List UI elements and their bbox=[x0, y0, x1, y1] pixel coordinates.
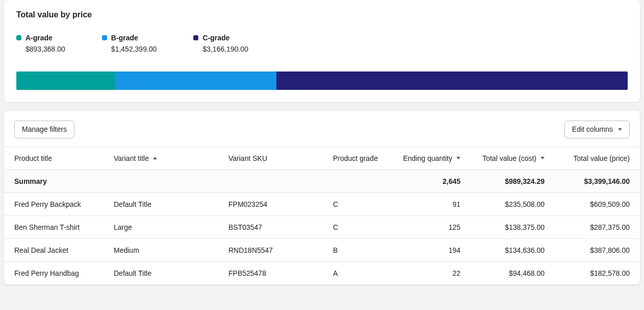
cell-total-value-price: $182,578.00 bbox=[555, 261, 640, 284]
cell-product-grade: C bbox=[323, 216, 389, 239]
table-row[interactable]: Fred Perry HandbagDefault TitleFPB525478… bbox=[4, 261, 640, 284]
table-summary-row: Summary2,645$989,324.29$3,399,146.00 bbox=[4, 170, 640, 193]
table-row[interactable]: Ben Sherman T-shirtLargeBST03547C125$138… bbox=[4, 216, 640, 239]
chevron-down-icon bbox=[618, 128, 622, 131]
cell-variant-title: Default Title bbox=[104, 261, 218, 284]
table-row[interactable]: Real Deal JacketMediumRND18N5547B194$134… bbox=[4, 239, 640, 261]
cell-variant-sku: RND18N5547 bbox=[218, 239, 323, 261]
cell-ending-quantity: 22 bbox=[389, 261, 471, 284]
legend-value: $893,368.00 bbox=[16, 45, 65, 53]
col-ending-quantity[interactable]: Ending quantity bbox=[389, 147, 471, 170]
manage-filters-label: Manage filters bbox=[22, 125, 67, 134]
sort-desc-icon bbox=[456, 157, 460, 159]
legend-item-c: C-grade $3,166,190.00 bbox=[193, 34, 248, 53]
cell-ending-quantity: 91 bbox=[389, 193, 471, 216]
chart-legend: A-grade $893,368.00 B-grade $1,452,399.0… bbox=[16, 34, 628, 53]
legend-name: C-grade bbox=[202, 34, 229, 42]
summary-total-value-cost: $989,324.29 bbox=[471, 170, 555, 193]
col-total-value-cost-label: Total value (cost) bbox=[482, 154, 536, 162]
sort-asc-icon bbox=[153, 157, 157, 159]
legend-name: B-grade bbox=[111, 34, 138, 42]
chart-title: Total value by price bbox=[16, 10, 628, 19]
cell-product-title: Ben Sherman T-shirt bbox=[4, 216, 104, 239]
summary-total-value-price: $3,399,146.00 bbox=[555, 170, 640, 193]
edit-columns-button[interactable]: Edit columns bbox=[564, 121, 630, 138]
cell-variant-title: Large bbox=[104, 216, 218, 239]
cell-variant-sku: BST03547 bbox=[218, 216, 323, 239]
legend-swatch-icon bbox=[193, 35, 198, 40]
cell-total-value-cost: $134,636.00 bbox=[471, 239, 555, 261]
summary-ending-quantity: 2,645 bbox=[389, 170, 471, 193]
cell-total-value-cost: $235,508.00 bbox=[471, 193, 555, 216]
sort-desc-icon bbox=[540, 157, 545, 159]
legend-item-a: A-grade $893,368.00 bbox=[16, 34, 65, 53]
cell-ending-quantity: 194 bbox=[389, 239, 471, 261]
cell-product-title: Real Deal Jacket bbox=[4, 239, 104, 261]
cell-variant-sku: FPB525478 bbox=[218, 261, 323, 284]
manage-filters-button[interactable]: Manage filters bbox=[14, 121, 74, 138]
data-table: Product title Variant title Variant SKU … bbox=[4, 147, 640, 285]
cell-ending-quantity: 125 bbox=[389, 216, 471, 239]
col-variant-title[interactable]: Variant title bbox=[104, 147, 218, 170]
legend-swatch-icon bbox=[102, 35, 107, 40]
edit-columns-label: Edit columns bbox=[572, 125, 613, 134]
cell-product-title: Fred Perry Backpack bbox=[4, 193, 104, 216]
col-ending-quantity-label: Ending quantity bbox=[403, 154, 452, 162]
cell-variant-title: Medium bbox=[104, 239, 218, 261]
cell-variant-sku: FPM023254 bbox=[218, 193, 323, 216]
legend-value: $3,166,190.00 bbox=[193, 45, 248, 53]
cell-total-value-price: $387,806.00 bbox=[555, 239, 640, 261]
cell-total-value-price: $287,375.00 bbox=[555, 216, 640, 239]
cell-product-grade: C bbox=[323, 193, 389, 216]
table-toolbar: Manage filters Edit columns bbox=[4, 110, 640, 147]
cell-product-title: Fred Perry Handbag bbox=[4, 261, 104, 284]
legend-name: A-grade bbox=[25, 34, 53, 42]
cell-product-grade: B bbox=[323, 239, 389, 261]
col-product-grade[interactable]: Product grade bbox=[323, 147, 389, 170]
table-header-row: Product title Variant title Variant SKU … bbox=[4, 147, 640, 170]
table-card: Manage filters Edit columns Product titl… bbox=[4, 110, 640, 285]
chart-card: Total value by price A-grade $893,368.00… bbox=[4, 0, 640, 102]
legend-item-b: B-grade $1,452,399.00 bbox=[102, 34, 157, 53]
bar-segment bbox=[115, 71, 276, 90]
cell-variant-title: Default Title bbox=[104, 193, 218, 216]
cell-total-value-cost: $138,375.00 bbox=[471, 216, 555, 239]
col-total-value-cost[interactable]: Total value (cost) bbox=[471, 147, 555, 170]
summary-label: Summary bbox=[4, 170, 104, 193]
cell-total-value-price: $609,509.00 bbox=[555, 193, 640, 216]
cell-product-grade: A bbox=[323, 261, 389, 284]
col-product-title[interactable]: Product title bbox=[4, 147, 104, 170]
col-variant-title-label: Variant title bbox=[114, 154, 149, 162]
stacked-bar-chart bbox=[16, 71, 628, 90]
col-variant-sku[interactable]: Variant SKU bbox=[218, 147, 323, 170]
table-row[interactable]: Fred Perry BackpackDefault TitleFPM02325… bbox=[4, 193, 640, 216]
col-total-value-price[interactable]: Total value (price) bbox=[555, 147, 640, 170]
cell-total-value-cost: $94,468.00 bbox=[471, 261, 555, 284]
legend-swatch-icon bbox=[16, 35, 21, 40]
bar-segment bbox=[16, 71, 115, 90]
legend-value: $1,452,399.00 bbox=[102, 45, 157, 53]
bar-segment bbox=[276, 71, 628, 90]
